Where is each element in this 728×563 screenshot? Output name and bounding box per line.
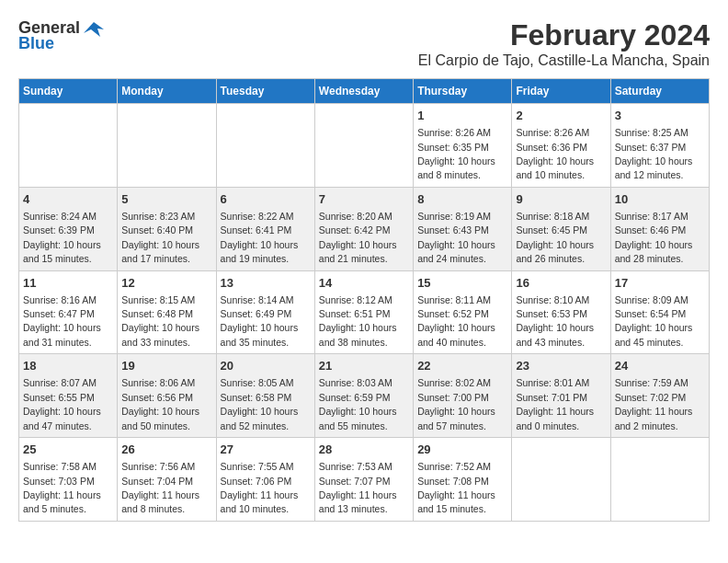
day-info: Sunrise: 7:53 AM Sunset: 7:07 PM Dayligh… bbox=[319, 461, 397, 514]
day-number: 5 bbox=[121, 191, 211, 208]
day-info: Sunrise: 8:15 AM Sunset: 6:48 PM Dayligh… bbox=[121, 294, 199, 348]
day-info: Sunrise: 8:17 AM Sunset: 6:46 PM Dayligh… bbox=[615, 211, 693, 264]
table-row: 1Sunrise: 8:26 AM Sunset: 6:35 PM Daylig… bbox=[414, 104, 512, 188]
day-info: Sunrise: 7:55 AM Sunset: 7:06 PM Dayligh… bbox=[221, 461, 299, 514]
table-row: 20Sunrise: 8:05 AM Sunset: 6:58 PM Dayli… bbox=[216, 354, 314, 438]
table-row: 11Sunrise: 8:16 AM Sunset: 6:47 PM Dayli… bbox=[19, 270, 118, 354]
day-number: 21 bbox=[319, 358, 409, 374]
table-row bbox=[118, 104, 216, 188]
day-number: 20 bbox=[221, 358, 311, 374]
day-number: 7 bbox=[319, 191, 409, 208]
table-row: 14Sunrise: 8:12 AM Sunset: 6:51 PM Dayli… bbox=[314, 270, 413, 354]
calendar-week-row: 25Sunrise: 7:58 AM Sunset: 7:03 PM Dayli… bbox=[19, 438, 710, 522]
day-number: 23 bbox=[516, 358, 606, 374]
header-friday: Friday bbox=[512, 79, 610, 104]
day-info: Sunrise: 8:24 AM Sunset: 6:39 PM Dayligh… bbox=[23, 211, 101, 264]
day-number: 13 bbox=[221, 275, 311, 292]
table-row: 13Sunrise: 8:14 AM Sunset: 6:49 PM Dayli… bbox=[216, 270, 314, 354]
day-number: 18 bbox=[23, 358, 113, 374]
day-number: 2 bbox=[516, 108, 606, 124]
table-row bbox=[314, 104, 413, 188]
table-row: 3Sunrise: 8:25 AM Sunset: 6:37 PM Daylig… bbox=[610, 104, 709, 188]
calendar-header-row: Sunday Monday Tuesday Wednesday Thursday… bbox=[19, 79, 710, 104]
table-row: 16Sunrise: 8:10 AM Sunset: 6:53 PM Dayli… bbox=[512, 270, 610, 354]
day-info: Sunrise: 8:10 AM Sunset: 6:53 PM Dayligh… bbox=[516, 294, 594, 348]
day-info: Sunrise: 8:03 AM Sunset: 6:59 PM Dayligh… bbox=[319, 377, 397, 431]
table-row: 5Sunrise: 8:23 AM Sunset: 6:40 PM Daylig… bbox=[118, 187, 216, 270]
day-info: Sunrise: 8:18 AM Sunset: 6:45 PM Dayligh… bbox=[516, 211, 594, 264]
day-number: 26 bbox=[121, 442, 211, 458]
day-number: 28 bbox=[319, 442, 409, 458]
day-number: 10 bbox=[615, 191, 705, 208]
day-info: Sunrise: 8:16 AM Sunset: 6:47 PM Dayligh… bbox=[23, 294, 101, 348]
table-row: 26Sunrise: 7:56 AM Sunset: 7:04 PM Dayli… bbox=[118, 438, 216, 522]
day-info: Sunrise: 8:12 AM Sunset: 6:51 PM Dayligh… bbox=[319, 294, 397, 348]
day-number: 4 bbox=[23, 191, 113, 208]
table-row: 17Sunrise: 8:09 AM Sunset: 6:54 PM Dayli… bbox=[610, 270, 709, 354]
table-row: 28Sunrise: 7:53 AM Sunset: 7:07 PM Dayli… bbox=[314, 438, 413, 522]
day-number: 15 bbox=[417, 275, 507, 292]
header-wednesday: Wednesday bbox=[314, 79, 413, 104]
logo: General Blue bbox=[18, 18, 104, 53]
table-row: 22Sunrise: 8:02 AM Sunset: 7:00 PM Dayli… bbox=[414, 354, 512, 438]
day-number: 17 bbox=[615, 275, 705, 292]
table-row bbox=[610, 438, 709, 522]
table-row: 27Sunrise: 7:55 AM Sunset: 7:06 PM Dayli… bbox=[216, 438, 314, 522]
day-info: Sunrise: 8:23 AM Sunset: 6:40 PM Dayligh… bbox=[121, 211, 199, 264]
day-number: 1 bbox=[417, 108, 507, 124]
day-number: 12 bbox=[121, 275, 211, 292]
table-row: 2Sunrise: 8:26 AM Sunset: 6:36 PM Daylig… bbox=[512, 104, 610, 188]
table-row: 21Sunrise: 8:03 AM Sunset: 6:59 PM Dayli… bbox=[314, 354, 413, 438]
day-number: 24 bbox=[615, 358, 705, 374]
day-number: 3 bbox=[615, 108, 705, 124]
table-row: 19Sunrise: 8:06 AM Sunset: 6:56 PM Dayli… bbox=[118, 354, 216, 438]
table-row: 4Sunrise: 8:24 AM Sunset: 6:39 PM Daylig… bbox=[19, 187, 118, 270]
day-info: Sunrise: 8:02 AM Sunset: 7:00 PM Dayligh… bbox=[417, 377, 495, 431]
day-number: 29 bbox=[417, 442, 507, 458]
sub-title: El Carpio de Tajo, Castille-La Mancha, S… bbox=[418, 52, 710, 69]
day-info: Sunrise: 8:26 AM Sunset: 6:35 PM Dayligh… bbox=[417, 127, 495, 180]
day-number: 19 bbox=[121, 358, 211, 374]
table-row: 10Sunrise: 8:17 AM Sunset: 6:46 PM Dayli… bbox=[610, 187, 709, 270]
day-info: Sunrise: 8:11 AM Sunset: 6:52 PM Dayligh… bbox=[417, 294, 495, 348]
header-thursday: Thursday bbox=[414, 79, 512, 104]
day-info: Sunrise: 8:26 AM Sunset: 6:36 PM Dayligh… bbox=[516, 127, 594, 180]
day-number: 9 bbox=[516, 191, 606, 208]
header-sunday: Sunday bbox=[19, 79, 118, 104]
calendar-week-row: 11Sunrise: 8:16 AM Sunset: 6:47 PM Dayli… bbox=[19, 270, 710, 354]
main-title: February 2024 bbox=[418, 18, 710, 52]
day-info: Sunrise: 8:07 AM Sunset: 6:55 PM Dayligh… bbox=[23, 377, 101, 431]
day-info: Sunrise: 7:59 AM Sunset: 7:02 PM Dayligh… bbox=[615, 377, 693, 431]
day-info: Sunrise: 7:52 AM Sunset: 7:08 PM Dayligh… bbox=[417, 461, 495, 514]
header-saturday: Saturday bbox=[610, 79, 709, 104]
table-row: 12Sunrise: 8:15 AM Sunset: 6:48 PM Dayli… bbox=[118, 270, 216, 354]
table-row: 23Sunrise: 8:01 AM Sunset: 7:01 PM Dayli… bbox=[512, 354, 610, 438]
day-info: Sunrise: 8:19 AM Sunset: 6:43 PM Dayligh… bbox=[417, 211, 495, 264]
day-number: 11 bbox=[23, 275, 113, 292]
table-row: 15Sunrise: 8:11 AM Sunset: 6:52 PM Dayli… bbox=[414, 270, 512, 354]
header-tuesday: Tuesday bbox=[216, 79, 314, 104]
calendar-week-row: 1Sunrise: 8:26 AM Sunset: 6:35 PM Daylig… bbox=[19, 104, 710, 188]
day-number: 27 bbox=[221, 442, 311, 458]
calendar-table: Sunday Monday Tuesday Wednesday Thursday… bbox=[18, 78, 710, 522]
day-number: 8 bbox=[417, 191, 507, 208]
day-info: Sunrise: 8:01 AM Sunset: 7:01 PM Dayligh… bbox=[516, 377, 594, 431]
day-number: 14 bbox=[319, 275, 409, 292]
day-info: Sunrise: 8:22 AM Sunset: 6:41 PM Dayligh… bbox=[221, 211, 299, 264]
day-info: Sunrise: 8:14 AM Sunset: 6:49 PM Dayligh… bbox=[221, 294, 299, 348]
day-number: 16 bbox=[516, 275, 606, 292]
logo-bird-icon bbox=[84, 20, 104, 37]
day-info: Sunrise: 7:58 AM Sunset: 7:03 PM Dayligh… bbox=[23, 461, 101, 514]
table-row: 24Sunrise: 7:59 AM Sunset: 7:02 PM Dayli… bbox=[610, 354, 709, 438]
day-number: 22 bbox=[417, 358, 507, 374]
table-row: 9Sunrise: 8:18 AM Sunset: 6:45 PM Daylig… bbox=[512, 187, 610, 270]
page-header: General Blue February 2024 El Carpio de … bbox=[18, 18, 710, 69]
table-row bbox=[512, 438, 610, 522]
svg-marker-0 bbox=[84, 22, 104, 37]
day-info: Sunrise: 7:56 AM Sunset: 7:04 PM Dayligh… bbox=[121, 461, 199, 514]
table-row: 8Sunrise: 8:19 AM Sunset: 6:43 PM Daylig… bbox=[414, 187, 512, 270]
table-row: 18Sunrise: 8:07 AM Sunset: 6:55 PM Dayli… bbox=[19, 354, 118, 438]
day-info: Sunrise: 8:05 AM Sunset: 6:58 PM Dayligh… bbox=[221, 377, 299, 431]
day-info: Sunrise: 8:25 AM Sunset: 6:37 PM Dayligh… bbox=[615, 127, 693, 180]
day-info: Sunrise: 8:06 AM Sunset: 6:56 PM Dayligh… bbox=[121, 377, 199, 431]
